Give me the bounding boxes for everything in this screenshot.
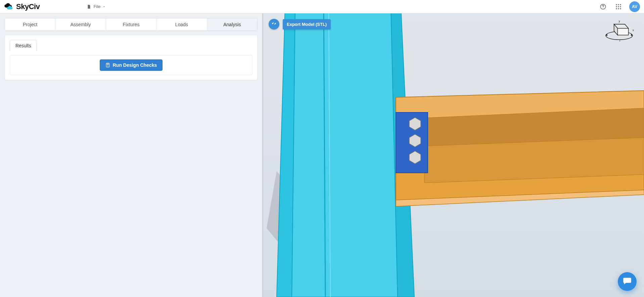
svg-point-16 bbox=[107, 66, 107, 66]
tab-label: Loads bbox=[175, 22, 188, 27]
svg-point-15 bbox=[108, 65, 108, 65]
topbar: SkyCiv File AV bbox=[0, 0, 644, 13]
svg-point-14 bbox=[107, 65, 108, 65]
svg-point-1 bbox=[603, 8, 603, 8]
axis-z-label: z bbox=[619, 39, 620, 42]
tab-label: Fixtures bbox=[123, 22, 140, 27]
svg-rect-3 bbox=[618, 4, 619, 5]
main: Project Assembly Fixtures Loads Analysis… bbox=[0, 13, 644, 297]
svg-point-13 bbox=[107, 65, 107, 65]
tab-fixtures[interactable]: Fixtures bbox=[106, 18, 156, 31]
avatar[interactable]: AV bbox=[629, 1, 640, 12]
model-scene bbox=[263, 13, 644, 297]
tab-project[interactable]: Project bbox=[5, 18, 55, 31]
brand: SkyCiv bbox=[4, 2, 40, 11]
svg-rect-10 bbox=[620, 8, 621, 9]
viewport[interactable]: Export Model (STL) x z y bbox=[263, 13, 644, 297]
tab-label: Assembly bbox=[71, 22, 91, 27]
export-model-button[interactable]: Export Model (STL) bbox=[283, 19, 331, 30]
svg-point-17 bbox=[107, 66, 108, 66]
sub-tab-label: Results bbox=[15, 43, 31, 48]
chevron-down-icon bbox=[102, 5, 106, 8]
panel-body: Run Design Checks bbox=[10, 55, 252, 75]
left-pane: Project Assembly Fixtures Loads Analysis… bbox=[0, 13, 263, 297]
sub-tabs: Results bbox=[10, 40, 252, 51]
help-icon[interactable] bbox=[598, 2, 608, 11]
sub-tab-results[interactable]: Results bbox=[10, 40, 37, 51]
brand-logo-icon bbox=[4, 3, 14, 11]
apps-icon[interactable] bbox=[614, 2, 623, 11]
svg-marker-22 bbox=[277, 13, 295, 297]
file-menu[interactable]: File bbox=[87, 4, 106, 9]
svg-point-18 bbox=[108, 66, 108, 66]
main-tabs: Project Assembly Fixtures Loads Analysis bbox=[5, 18, 258, 31]
svg-rect-8 bbox=[616, 8, 617, 9]
calculator-icon bbox=[105, 63, 110, 67]
axis-y-label: y bbox=[618, 19, 620, 23]
file-menu-label: File bbox=[93, 4, 100, 9]
svg-rect-5 bbox=[616, 6, 617, 7]
file-icon bbox=[87, 4, 91, 9]
viewport-toolbar: Export Model (STL) bbox=[269, 19, 331, 30]
tab-label: Project bbox=[23, 22, 38, 27]
tab-label: Analysis bbox=[223, 22, 241, 27]
tab-assembly[interactable]: Assembly bbox=[55, 18, 106, 31]
svg-marker-21 bbox=[292, 13, 398, 297]
viewcube[interactable]: x z y bbox=[604, 19, 635, 44]
export-button-label: Export Model (STL) bbox=[287, 22, 327, 27]
brand-name: SkyCiv bbox=[16, 2, 40, 11]
tab-loads[interactable]: Loads bbox=[156, 18, 207, 31]
analysis-panel: Results Run Design Checks bbox=[5, 35, 258, 80]
topbar-right: AV bbox=[598, 1, 640, 12]
svg-rect-7 bbox=[620, 6, 621, 7]
chat-button[interactable] bbox=[618, 272, 637, 291]
chat-icon bbox=[623, 276, 632, 287]
expand-icon bbox=[272, 21, 276, 27]
tab-analysis[interactable]: Analysis bbox=[207, 18, 257, 31]
svg-rect-4 bbox=[620, 4, 621, 5]
svg-rect-2 bbox=[616, 4, 617, 5]
run-button-label: Run Design Checks bbox=[113, 62, 157, 68]
svg-rect-6 bbox=[618, 6, 619, 7]
svg-rect-9 bbox=[618, 8, 619, 9]
svg-rect-12 bbox=[107, 64, 109, 64]
axis-x-label: x bbox=[633, 29, 634, 32]
run-design-checks-button[interactable]: Run Design Checks bbox=[100, 59, 163, 71]
expand-viewport-button[interactable] bbox=[269, 19, 279, 30]
